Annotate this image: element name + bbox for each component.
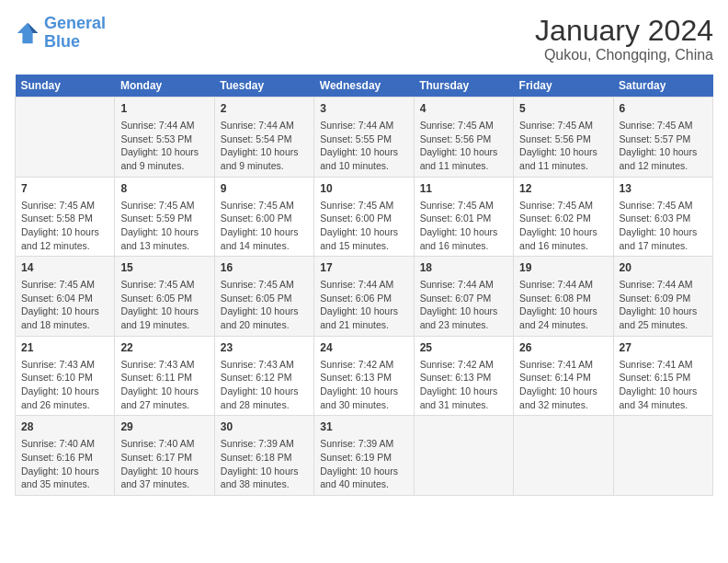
day-number: 5 [519, 101, 607, 117]
logo: General Blue [15, 15, 106, 52]
day-info: Sunrise: 7:45 AM Sunset: 6:00 PM Dayligh… [221, 199, 308, 253]
day-number: 1 [120, 101, 208, 117]
calendar-cell [414, 416, 513, 496]
day-info: Sunrise: 7:45 AM Sunset: 5:59 PM Dayligh… [120, 199, 208, 253]
calendar-table: SundayMondayTuesdayWednesdayThursdayFrid… [15, 75, 713, 496]
calendar-cell: 7Sunrise: 7:45 AM Sunset: 5:58 PM Daylig… [16, 177, 115, 257]
day-number: 3 [320, 101, 407, 117]
calendar-cell: 28Sunrise: 7:40 AM Sunset: 6:16 PM Dayli… [16, 416, 115, 496]
day-number: 17 [320, 260, 407, 276]
calendar-cell: 26Sunrise: 7:41 AM Sunset: 6:14 PM Dayli… [514, 336, 613, 416]
calendar-cell: 9Sunrise: 7:45 AM Sunset: 6:00 PM Daylig… [214, 177, 313, 257]
day-info: Sunrise: 7:45 AM Sunset: 6:05 PM Dayligh… [221, 278, 308, 332]
calendar-cell: 15Sunrise: 7:45 AM Sunset: 6:05 PM Dayli… [115, 257, 214, 337]
day-info: Sunrise: 7:39 AM Sunset: 6:18 PM Dayligh… [221, 437, 308, 491]
day-number: 11 [420, 181, 507, 197]
day-info: Sunrise: 7:45 AM Sunset: 6:01 PM Dayligh… [420, 199, 507, 253]
day-number: 6 [620, 101, 707, 117]
calendar-cell [514, 416, 613, 496]
day-info: Sunrise: 7:44 AM Sunset: 6:09 PM Dayligh… [620, 278, 707, 332]
calendar-cell: 25Sunrise: 7:42 AM Sunset: 6:13 PM Dayli… [414, 336, 513, 416]
day-number: 19 [519, 260, 607, 276]
logo-icon [15, 20, 40, 46]
day-info: Sunrise: 7:45 AM Sunset: 6:00 PM Dayligh… [320, 199, 407, 253]
calendar-cell: 14Sunrise: 7:45 AM Sunset: 6:04 PM Dayli… [16, 257, 115, 337]
day-info: Sunrise: 7:44 AM Sunset: 5:54 PM Dayligh… [221, 119, 308, 173]
day-number: 24 [320, 340, 407, 356]
calendar-cell: 10Sunrise: 7:45 AM Sunset: 6:00 PM Dayli… [314, 177, 414, 257]
day-info: Sunrise: 7:45 AM Sunset: 5:57 PM Dayligh… [620, 119, 707, 173]
day-info: Sunrise: 7:44 AM Sunset: 6:07 PM Dayligh… [420, 278, 507, 332]
day-number: 7 [21, 181, 108, 197]
day-number: 30 [221, 419, 308, 435]
day-number: 10 [320, 181, 407, 197]
day-info: Sunrise: 7:41 AM Sunset: 6:15 PM Dayligh… [620, 358, 707, 412]
day-info: Sunrise: 7:43 AM Sunset: 6:10 PM Dayligh… [21, 358, 108, 412]
title-block: January 2024 Qukou, Chongqing, China [535, 15, 713, 63]
day-number: 28 [21, 419, 108, 435]
calendar-cell: 29Sunrise: 7:40 AM Sunset: 6:17 PM Dayli… [115, 416, 214, 496]
day-number: 15 [120, 260, 208, 276]
calendar-cell: 27Sunrise: 7:41 AM Sunset: 6:15 PM Dayli… [613, 336, 712, 416]
day-number: 12 [519, 181, 607, 197]
day-number: 22 [120, 340, 208, 356]
day-info: Sunrise: 7:45 AM Sunset: 6:02 PM Dayligh… [519, 199, 607, 253]
page-header: General Blue January 2024 Qukou, Chongqi… [15, 15, 713, 63]
day-info: Sunrise: 7:44 AM Sunset: 6:08 PM Dayligh… [519, 278, 607, 332]
calendar-cell [16, 98, 115, 178]
day-number: 2 [221, 101, 308, 117]
logo-text: General Blue [44, 15, 106, 52]
day-info: Sunrise: 7:44 AM Sunset: 6:06 PM Dayligh… [320, 278, 407, 332]
day-info: Sunrise: 7:43 AM Sunset: 6:12 PM Dayligh… [221, 358, 308, 412]
weekday-header-thursday: Thursday [414, 75, 513, 98]
day-info: Sunrise: 7:45 AM Sunset: 6:05 PM Dayligh… [120, 278, 208, 332]
calendar-cell: 20Sunrise: 7:44 AM Sunset: 6:09 PM Dayli… [613, 257, 712, 337]
day-info: Sunrise: 7:40 AM Sunset: 6:17 PM Dayligh… [120, 437, 208, 491]
day-number: 29 [120, 419, 208, 435]
calendar-cell: 24Sunrise: 7:42 AM Sunset: 6:13 PM Dayli… [314, 336, 414, 416]
week-row-4: 21Sunrise: 7:43 AM Sunset: 6:10 PM Dayli… [16, 336, 713, 416]
calendar-cell: 23Sunrise: 7:43 AM Sunset: 6:12 PM Dayli… [214, 336, 313, 416]
weekday-header-monday: Monday [115, 75, 214, 98]
weekday-header-friday: Friday [514, 75, 613, 98]
weekday-header-wednesday: Wednesday [314, 75, 414, 98]
calendar-cell: 3Sunrise: 7:44 AM Sunset: 5:55 PM Daylig… [314, 98, 414, 178]
calendar-subtitle: Qukou, Chongqing, China [535, 47, 713, 63]
day-number: 31 [320, 419, 407, 435]
week-row-3: 14Sunrise: 7:45 AM Sunset: 6:04 PM Dayli… [16, 257, 713, 337]
calendar-cell: 30Sunrise: 7:39 AM Sunset: 6:18 PM Dayli… [214, 416, 313, 496]
calendar-cell: 8Sunrise: 7:45 AM Sunset: 5:59 PM Daylig… [115, 177, 214, 257]
weekday-header-sunday: Sunday [16, 75, 115, 98]
calendar-cell: 6Sunrise: 7:45 AM Sunset: 5:57 PM Daylig… [613, 98, 712, 178]
calendar-cell [613, 416, 712, 496]
day-number: 20 [620, 260, 707, 276]
calendar-cell: 11Sunrise: 7:45 AM Sunset: 6:01 PM Dayli… [414, 177, 513, 257]
day-number: 27 [620, 340, 707, 356]
day-info: Sunrise: 7:42 AM Sunset: 6:13 PM Dayligh… [420, 358, 507, 412]
calendar-cell: 31Sunrise: 7:39 AM Sunset: 6:19 PM Dayli… [314, 416, 414, 496]
day-number: 18 [420, 260, 507, 276]
week-row-2: 7Sunrise: 7:45 AM Sunset: 5:58 PM Daylig… [16, 177, 713, 257]
day-number: 13 [620, 181, 707, 197]
day-info: Sunrise: 7:45 AM Sunset: 5:56 PM Dayligh… [420, 119, 507, 173]
weekday-header-row: SundayMondayTuesdayWednesdayThursdayFrid… [16, 75, 713, 98]
day-number: 21 [21, 340, 108, 356]
day-number: 14 [21, 260, 108, 276]
calendar-cell: 21Sunrise: 7:43 AM Sunset: 6:10 PM Dayli… [16, 336, 115, 416]
calendar-cell: 1Sunrise: 7:44 AM Sunset: 5:53 PM Daylig… [115, 98, 214, 178]
week-row-1: 1Sunrise: 7:44 AM Sunset: 5:53 PM Daylig… [16, 98, 713, 178]
weekday-header-saturday: Saturday [613, 75, 712, 98]
calendar-cell: 12Sunrise: 7:45 AM Sunset: 6:02 PM Dayli… [514, 177, 613, 257]
day-info: Sunrise: 7:45 AM Sunset: 6:03 PM Dayligh… [620, 199, 707, 253]
calendar-cell: 5Sunrise: 7:45 AM Sunset: 5:56 PM Daylig… [514, 98, 613, 178]
day-info: Sunrise: 7:44 AM Sunset: 5:55 PM Dayligh… [320, 119, 407, 173]
day-info: Sunrise: 7:39 AM Sunset: 6:19 PM Dayligh… [320, 437, 407, 491]
day-info: Sunrise: 7:44 AM Sunset: 5:53 PM Dayligh… [120, 119, 208, 173]
day-info: Sunrise: 7:45 AM Sunset: 5:56 PM Dayligh… [519, 119, 607, 173]
calendar-cell: 13Sunrise: 7:45 AM Sunset: 6:03 PM Dayli… [613, 177, 712, 257]
week-row-5: 28Sunrise: 7:40 AM Sunset: 6:16 PM Dayli… [16, 416, 713, 496]
day-number: 23 [221, 340, 308, 356]
calendar-cell: 4Sunrise: 7:45 AM Sunset: 5:56 PM Daylig… [414, 98, 513, 178]
day-number: 9 [221, 181, 308, 197]
day-info: Sunrise: 7:43 AM Sunset: 6:11 PM Dayligh… [120, 358, 208, 412]
